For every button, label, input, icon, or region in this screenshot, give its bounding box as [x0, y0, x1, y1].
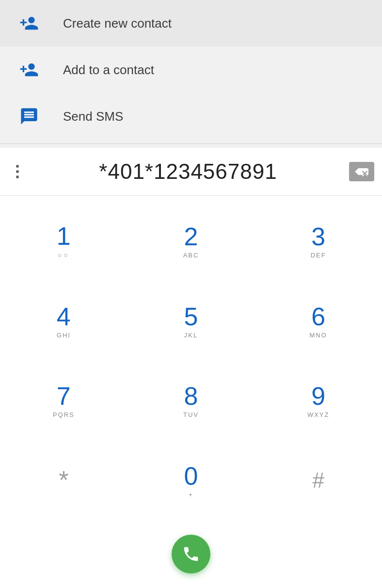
key-7[interactable]: 7 PQRS	[0, 361, 127, 441]
add-to-contact-label: Add to a contact	[63, 63, 154, 78]
person-add-icon	[19, 14, 48, 33]
key-2-digit: 2	[184, 223, 198, 251]
menu-divider	[0, 143, 382, 144]
send-sms-item[interactable]: Send SMS	[0, 93, 382, 140]
call-button[interactable]	[172, 535, 210, 573]
key-star-digit: *	[59, 466, 68, 494]
phone-input-row: *401*1234567891	[0, 148, 382, 196]
key-3-letters: DEF	[311, 252, 326, 259]
context-menu: Create new contact Add to a contact Send…	[0, 0, 382, 148]
key-3-digit: 3	[311, 223, 325, 251]
key-7-digit: 7	[57, 382, 71, 410]
person-add-icon-2	[19, 60, 48, 79]
key-5-letters: JKL	[184, 332, 198, 339]
key-1-digit: 1	[57, 222, 71, 250]
key-6-digit: 6	[311, 303, 325, 331]
key-8[interactable]: 8 TUV	[127, 361, 255, 441]
send-sms-label: Send SMS	[63, 109, 123, 124]
key-9[interactable]: 9 WXYZ	[255, 361, 382, 441]
key-2-letters: ABC	[183, 252, 199, 259]
keypad: 1 ○○ 2 ABC 3 DEF 4 GHI 5 JKL 6 MNO 7 PQR…	[0, 196, 382, 525]
key-0-digit: 0	[184, 462, 198, 490]
key-4[interactable]: 4 GHI	[0, 281, 127, 361]
key-0-letters: +	[189, 491, 193, 498]
sms-icon	[19, 107, 48, 126]
add-to-contact-item[interactable]: Add to a contact	[0, 47, 382, 93]
dot-1	[16, 165, 19, 168]
key-hash[interactable]: #	[255, 441, 382, 521]
key-9-digit: 9	[311, 382, 325, 410]
dialer: *401*1234567891 1 ○○ 2 ABC 3 DEF 4 GHI 5…	[0, 148, 382, 588]
key-7-letters: PQRS	[53, 411, 75, 418]
key-3[interactable]: 3 DEF	[255, 201, 382, 281]
key-5-digit: 5	[184, 303, 198, 331]
key-0[interactable]: 0 +	[127, 441, 255, 521]
key-hash-digit: #	[312, 469, 324, 492]
key-4-digit: 4	[57, 303, 71, 331]
key-4-letters: GHI	[57, 332, 71, 339]
call-row	[0, 525, 382, 588]
key-8-letters: TUV	[183, 411, 199, 418]
key-5[interactable]: 5 JKL	[127, 281, 255, 361]
key-6[interactable]: 6 MNO	[255, 281, 382, 361]
key-2[interactable]: 2 ABC	[127, 201, 255, 281]
dot-3	[16, 175, 19, 178]
create-new-contact-item[interactable]: Create new contact	[0, 0, 382, 47]
more-options-button[interactable]	[8, 162, 27, 181]
backspace-button[interactable]	[349, 162, 374, 181]
phone-number-display: *401*1234567891	[33, 159, 343, 184]
dot-2	[16, 170, 19, 173]
key-9-letters: WXYZ	[307, 411, 330, 418]
key-star[interactable]: *	[0, 441, 127, 521]
key-1-letters: ○○	[58, 251, 70, 259]
key-8-digit: 8	[184, 382, 198, 410]
key-1[interactable]: 1 ○○	[0, 201, 127, 281]
key-6-letters: MNO	[309, 332, 327, 339]
create-new-contact-label: Create new contact	[63, 16, 172, 31]
